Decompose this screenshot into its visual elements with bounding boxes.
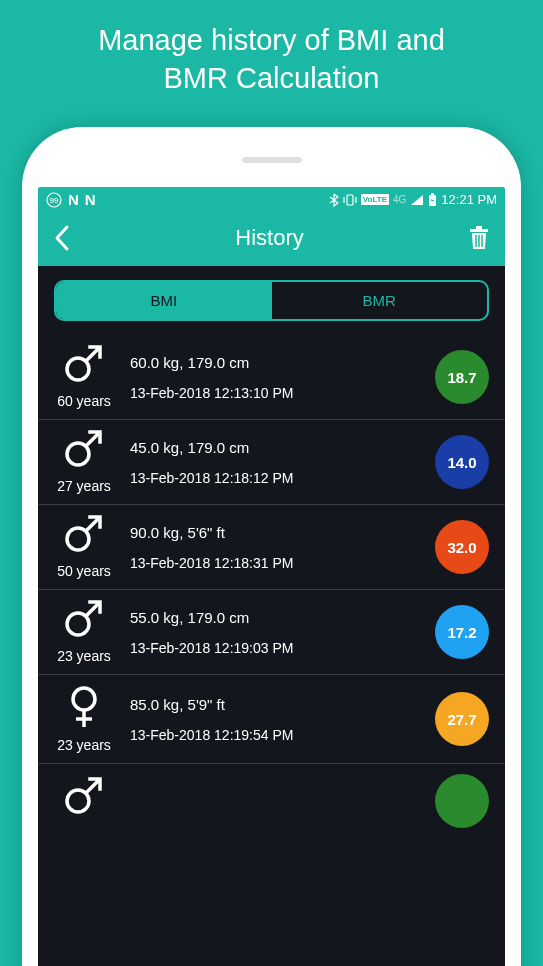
tab-bmr[interactable]: BMR [272, 282, 488, 319]
status-bar: 99 N N VoLTE 4G 12:21 [38, 187, 505, 212]
svg-line-23 [86, 779, 100, 793]
value-badge [435, 774, 489, 828]
back-button[interactable] [52, 224, 72, 252]
measure-text: 85.0 kg, 5'9" ft [130, 696, 423, 713]
vibrate-icon [343, 194, 357, 206]
gender-col: 23 years [50, 600, 118, 664]
promo-line2: BMR Calculation [164, 62, 380, 94]
measure-text: 55.0 kg, 179.0 cm [130, 609, 423, 626]
age-text: 50 years [57, 563, 111, 579]
svg-rect-5 [431, 193, 434, 195]
page-title: History [235, 225, 303, 251]
svg-rect-7 [476, 226, 482, 229]
badge-icon: 99 [46, 192, 62, 208]
chevron-left-icon [52, 224, 72, 252]
gender-col [50, 777, 118, 825]
history-row[interactable]: 23 years55.0 kg, 179.0 cm13-Feb-2018 12:… [38, 589, 505, 674]
svg-point-22 [67, 790, 89, 812]
date-text: 13-Feb-2018 12:18:12 PM [130, 470, 423, 486]
measure-text: 45.0 kg, 179.0 cm [130, 439, 423, 456]
info-col: 85.0 kg, 5'9" ft13-Feb-2018 12:19:54 PM [130, 696, 423, 743]
svg-point-11 [67, 358, 89, 380]
tab-switcher: BMI BMR [54, 280, 489, 321]
info-col [130, 794, 423, 808]
info-col: 55.0 kg, 179.0 cm13-Feb-2018 12:19:03 PM [130, 609, 423, 656]
tab-bmi[interactable]: BMI [56, 282, 272, 319]
measure-text: 90.0 kg, 5'6" ft [130, 524, 423, 541]
history-row[interactable] [38, 763, 505, 838]
svg-line-16 [86, 517, 100, 531]
gender-col: 50 years [50, 515, 118, 579]
info-col: 45.0 kg, 179.0 cm13-Feb-2018 12:18:12 PM [130, 439, 423, 486]
info-col: 60.0 kg, 179.0 cm13-Feb-2018 12:13:10 PM [130, 354, 423, 401]
age-text: 60 years [57, 393, 111, 409]
svg-line-18 [86, 602, 100, 616]
gender-col: 60 years [50, 345, 118, 409]
value-badge: 17.2 [435, 605, 489, 659]
svg-point-15 [67, 528, 89, 550]
age-text: 23 years [57, 737, 111, 753]
age-text: 23 years [57, 648, 111, 664]
svg-point-19 [73, 688, 95, 710]
gender-icon [62, 345, 106, 389]
app-header: History [38, 212, 505, 266]
history-row[interactable]: 27 years45.0 kg, 179.0 cm13-Feb-2018 12:… [38, 419, 505, 504]
measure-text: 60.0 kg, 179.0 cm [130, 354, 423, 371]
trash-icon [467, 225, 491, 251]
gender-icon [62, 515, 106, 559]
gender-icon [62, 777, 106, 821]
svg-rect-1 [347, 195, 353, 205]
delete-button[interactable] [467, 225, 491, 251]
phone-screen: 99 N N VoLTE 4G 12:21 [38, 187, 505, 966]
content-area: BMI BMR 60 years60.0 kg, 179.0 cm13-Feb-… [38, 266, 505, 966]
age-text: 27 years [57, 478, 111, 494]
battery-icon [428, 193, 437, 207]
n-icon-1: N [68, 191, 79, 208]
male-icon [62, 345, 106, 385]
history-list: 60 years60.0 kg, 179.0 cm13-Feb-2018 12:… [38, 335, 505, 838]
badge-text: 99 [50, 196, 59, 205]
svg-line-14 [86, 432, 100, 446]
history-row[interactable]: 50 years90.0 kg, 5'6" ft13-Feb-2018 12:1… [38, 504, 505, 589]
info-col: 90.0 kg, 5'6" ft13-Feb-2018 12:18:31 PM [130, 524, 423, 571]
svg-rect-6 [470, 229, 488, 232]
gender-icon [64, 685, 104, 733]
phone-speaker [242, 157, 302, 163]
gender-icon [62, 430, 106, 474]
status-time: 12:21 PM [441, 192, 497, 207]
history-row[interactable]: 60 years60.0 kg, 179.0 cm13-Feb-2018 12:… [38, 335, 505, 419]
history-row[interactable]: 23 years85.0 kg, 5'9" ft13-Feb-2018 12:1… [38, 674, 505, 763]
female-icon [64, 685, 104, 729]
promo-title: Manage history of BMI and BMR Calculatio… [0, 0, 543, 127]
gender-col: 27 years [50, 430, 118, 494]
status-left: 99 N N [46, 191, 96, 208]
date-text: 13-Feb-2018 12:13:10 PM [130, 385, 423, 401]
value-badge: 27.7 [435, 692, 489, 746]
value-badge: 14.0 [435, 435, 489, 489]
gender-icon [62, 600, 106, 644]
male-icon [62, 430, 106, 470]
svg-point-17 [67, 613, 89, 635]
bluetooth-icon [329, 193, 339, 207]
date-text: 13-Feb-2018 12:19:54 PM [130, 727, 423, 743]
network-4g: 4G [393, 194, 406, 205]
male-icon [62, 777, 106, 817]
date-text: 13-Feb-2018 12:18:31 PM [130, 555, 423, 571]
svg-line-12 [86, 347, 100, 361]
value-badge: 18.7 [435, 350, 489, 404]
promo-line1: Manage history of BMI and [98, 24, 445, 56]
volte-icon: VoLTE [361, 194, 389, 205]
status-right: VoLTE 4G 12:21 PM [329, 192, 497, 207]
svg-point-13 [67, 443, 89, 465]
date-text: 13-Feb-2018 12:19:03 PM [130, 640, 423, 656]
gender-col: 23 years [50, 685, 118, 753]
value-badge: 32.0 [435, 520, 489, 574]
male-icon [62, 515, 106, 555]
phone-frame: 99 N N VoLTE 4G 12:21 [22, 127, 521, 966]
male-icon [62, 600, 106, 640]
signal-icon [410, 194, 424, 206]
n-icon-2: N [85, 191, 96, 208]
